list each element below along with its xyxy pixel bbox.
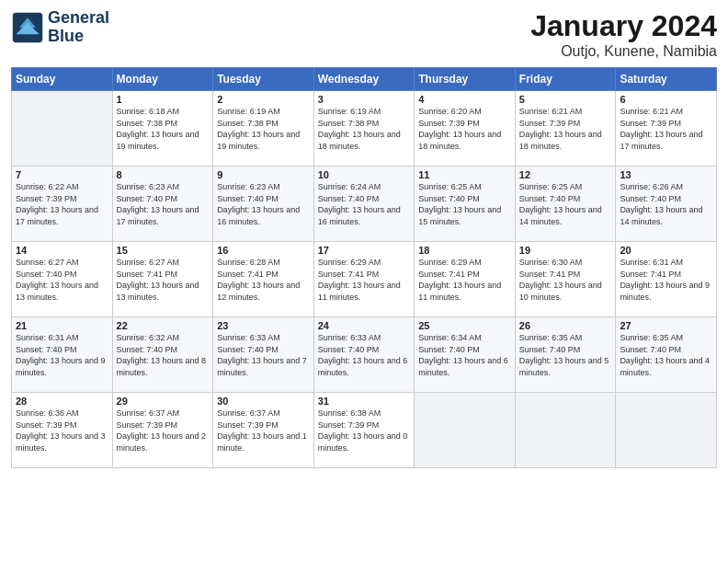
day-detail: Sunrise: 6:25 AM Sunset: 7:40 PM Dayligh…: [519, 181, 612, 227]
month-title: January 2024: [530, 9, 717, 43]
calendar-day: 29 Sunrise: 6:37 AM Sunset: 7:39 PM Dayl…: [112, 393, 213, 468]
day-detail: Sunrise: 6:22 AM Sunset: 7:39 PM Dayligh…: [16, 181, 108, 227]
calendar-day: [415, 393, 516, 468]
calendar-day: 27 Sunrise: 6:35 AM Sunset: 7:40 PM Dayl…: [616, 317, 717, 393]
calendar-day: [515, 393, 616, 468]
col-thursday: Thursday: [415, 68, 516, 91]
day-number: 6: [620, 94, 712, 105]
calendar-day: 10 Sunrise: 6:24 AM Sunset: 7:40 PM Dayl…: [313, 167, 415, 242]
day-detail: Sunrise: 6:35 AM Sunset: 7:40 PM Dayligh…: [620, 332, 712, 378]
day-detail: Sunrise: 6:27 AM Sunset: 7:41 PM Dayligh…: [117, 257, 210, 303]
day-detail: Sunrise: 6:31 AM Sunset: 7:40 PM Dayligh…: [16, 332, 108, 378]
calendar-day: 21 Sunrise: 6:31 AM Sunset: 7:40 PM Dayl…: [12, 317, 113, 393]
day-detail: Sunrise: 6:27 AM Sunset: 7:40 PM Dayligh…: [16, 257, 108, 303]
calendar-week-2: 7 Sunrise: 6:22 AM Sunset: 7:39 PM Dayli…: [12, 167, 717, 242]
day-detail: Sunrise: 6:30 AM Sunset: 7:41 PM Dayligh…: [519, 257, 612, 303]
day-detail: Sunrise: 6:37 AM Sunset: 7:39 PM Dayligh…: [217, 408, 310, 454]
day-number: 1: [117, 94, 210, 105]
day-number: 9: [217, 169, 310, 180]
calendar-day: 5 Sunrise: 6:21 AM Sunset: 7:39 PM Dayli…: [515, 91, 616, 167]
day-number: 24: [318, 320, 411, 331]
day-detail: Sunrise: 6:19 AM Sunset: 7:38 PM Dayligh…: [217, 106, 310, 152]
day-detail: Sunrise: 6:25 AM Sunset: 7:40 PM Dayligh…: [418, 181, 511, 227]
day-number: 23: [217, 320, 310, 331]
day-number: 3: [318, 94, 411, 105]
col-saturday: Saturday: [616, 68, 717, 91]
day-detail: Sunrise: 6:26 AM Sunset: 7:40 PM Dayligh…: [620, 181, 712, 227]
day-number: 13: [620, 169, 712, 180]
calendar-day: 4 Sunrise: 6:20 AM Sunset: 7:39 PM Dayli…: [415, 91, 516, 167]
day-number: 25: [418, 320, 511, 331]
calendar-day: 9 Sunrise: 6:23 AM Sunset: 7:40 PM Dayli…: [213, 167, 314, 242]
calendar-day: 8 Sunrise: 6:23 AM Sunset: 7:40 PM Dayli…: [112, 167, 213, 242]
day-detail: Sunrise: 6:23 AM Sunset: 7:40 PM Dayligh…: [117, 181, 210, 227]
day-number: 26: [519, 320, 612, 331]
calendar-day: 14 Sunrise: 6:27 AM Sunset: 7:40 PM Dayl…: [12, 242, 113, 317]
page-container: General Blue January 2024 Outjo, Kunene,…: [0, 0, 728, 477]
calendar-day: 17 Sunrise: 6:29 AM Sunset: 7:41 PM Dayl…: [313, 242, 415, 317]
day-detail: Sunrise: 6:19 AM Sunset: 7:38 PM Dayligh…: [318, 106, 411, 152]
calendar-day: 19 Sunrise: 6:30 AM Sunset: 7:41 PM Dayl…: [515, 242, 616, 317]
day-number: 7: [16, 169, 108, 180]
calendar-day: 25 Sunrise: 6:34 AM Sunset: 7:40 PM Dayl…: [415, 317, 516, 393]
calendar-day: 20 Sunrise: 6:31 AM Sunset: 7:41 PM Dayl…: [616, 242, 717, 317]
calendar-day: [616, 393, 717, 468]
calendar-day: 3 Sunrise: 6:19 AM Sunset: 7:38 PM Dayli…: [313, 91, 415, 167]
day-detail: Sunrise: 6:34 AM Sunset: 7:40 PM Dayligh…: [418, 332, 511, 378]
day-detail: Sunrise: 6:37 AM Sunset: 7:39 PM Dayligh…: [117, 408, 210, 454]
day-detail: Sunrise: 6:21 AM Sunset: 7:39 PM Dayligh…: [519, 106, 612, 152]
day-detail: Sunrise: 6:33 AM Sunset: 7:40 PM Dayligh…: [217, 332, 310, 378]
logo-line1: General: [48, 9, 109, 28]
day-detail: Sunrise: 6:32 AM Sunset: 7:40 PM Dayligh…: [117, 332, 210, 378]
calendar-day: 16 Sunrise: 6:28 AM Sunset: 7:41 PM Dayl…: [213, 242, 314, 317]
day-number: 14: [16, 245, 108, 256]
calendar-day: [12, 91, 113, 167]
day-number: 8: [117, 169, 210, 180]
day-detail: Sunrise: 6:24 AM Sunset: 7:40 PM Dayligh…: [318, 181, 411, 227]
day-detail: Sunrise: 6:18 AM Sunset: 7:38 PM Dayligh…: [117, 106, 210, 152]
day-number: 20: [620, 245, 712, 256]
header-row: Sunday Monday Tuesday Wednesday Thursday…: [12, 68, 717, 91]
logo-text: General Blue: [48, 9, 109, 46]
calendar-week-4: 21 Sunrise: 6:31 AM Sunset: 7:40 PM Dayl…: [12, 317, 717, 393]
calendar-day: 1 Sunrise: 6:18 AM Sunset: 7:38 PM Dayli…: [112, 91, 213, 167]
day-number: 12: [519, 169, 612, 180]
day-detail: Sunrise: 6:23 AM Sunset: 7:40 PM Dayligh…: [217, 181, 310, 227]
day-number: 27: [620, 320, 712, 331]
calendar-day: 18 Sunrise: 6:29 AM Sunset: 7:41 PM Dayl…: [415, 242, 516, 317]
location: Outjo, Kunene, Namibia: [530, 43, 717, 60]
calendar-day: 2 Sunrise: 6:19 AM Sunset: 7:38 PM Dayli…: [213, 91, 314, 167]
calendar-day: 26 Sunrise: 6:35 AM Sunset: 7:40 PM Dayl…: [515, 317, 616, 393]
header: General Blue January 2024 Outjo, Kunene,…: [11, 9, 717, 60]
logo-line2: Blue: [48, 28, 109, 46]
calendar-week-3: 14 Sunrise: 6:27 AM Sunset: 7:40 PM Dayl…: [12, 242, 717, 317]
calendar-week-5: 28 Sunrise: 6:36 AM Sunset: 7:39 PM Dayl…: [12, 393, 717, 468]
col-monday: Monday: [112, 68, 213, 91]
col-friday: Friday: [515, 68, 616, 91]
day-number: 16: [217, 245, 310, 256]
calendar-day: 13 Sunrise: 6:26 AM Sunset: 7:40 PM Dayl…: [616, 167, 717, 242]
calendar-day: 15 Sunrise: 6:27 AM Sunset: 7:41 PM Dayl…: [112, 242, 213, 317]
day-number: 11: [418, 169, 511, 180]
calendar-day: 28 Sunrise: 6:36 AM Sunset: 7:39 PM Dayl…: [12, 393, 113, 468]
calendar-day: 23 Sunrise: 6:33 AM Sunset: 7:40 PM Dayl…: [213, 317, 314, 393]
day-detail: Sunrise: 6:33 AM Sunset: 7:40 PM Dayligh…: [318, 332, 411, 378]
logo: General Blue: [11, 9, 109, 46]
day-number: 30: [217, 396, 310, 407]
day-detail: Sunrise: 6:20 AM Sunset: 7:39 PM Dayligh…: [418, 106, 511, 152]
calendar-day: 11 Sunrise: 6:25 AM Sunset: 7:40 PM Dayl…: [415, 167, 516, 242]
day-detail: Sunrise: 6:38 AM Sunset: 7:39 PM Dayligh…: [318, 408, 411, 454]
day-number: 18: [418, 245, 511, 256]
day-detail: Sunrise: 6:31 AM Sunset: 7:41 PM Dayligh…: [620, 257, 712, 303]
day-detail: Sunrise: 6:29 AM Sunset: 7:41 PM Dayligh…: [318, 257, 411, 303]
logo-icon: [11, 11, 44, 44]
col-wednesday: Wednesday: [313, 68, 415, 91]
day-number: 10: [318, 169, 411, 180]
day-detail: Sunrise: 6:29 AM Sunset: 7:41 PM Dayligh…: [418, 257, 511, 303]
calendar-day: 30 Sunrise: 6:37 AM Sunset: 7:39 PM Dayl…: [213, 393, 314, 468]
day-number: 17: [318, 245, 411, 256]
calendar-day: 24 Sunrise: 6:33 AM Sunset: 7:40 PM Dayl…: [313, 317, 415, 393]
day-detail: Sunrise: 6:35 AM Sunset: 7:40 PM Dayligh…: [519, 332, 612, 378]
col-tuesday: Tuesday: [213, 68, 314, 91]
day-number: 4: [418, 94, 511, 105]
